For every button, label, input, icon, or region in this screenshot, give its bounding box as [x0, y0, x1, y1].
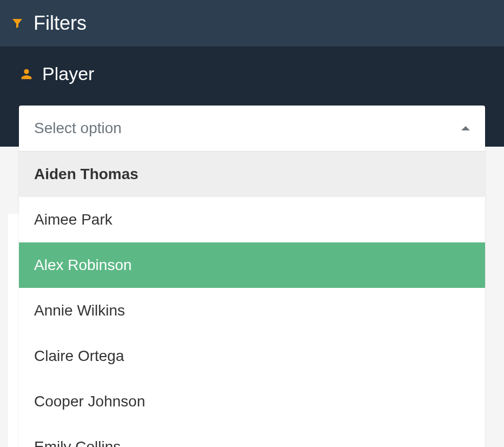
option-annie-wilkins[interactable]: Annie Wilkins: [19, 288, 485, 333]
option-emily-collins[interactable]: Emily Collins: [19, 424, 485, 447]
header-title: Filters: [34, 12, 87, 35]
option-claire-ortega[interactable]: Claire Ortega: [19, 333, 485, 379]
option-alex-robinson[interactable]: Alex Robinson: [19, 242, 485, 288]
options-list: Aiden Thomas Aimee Park Alex Robinson An…: [19, 152, 485, 447]
option-aiden-thomas[interactable]: Aiden Thomas: [19, 152, 485, 197]
option-aimee-park[interactable]: Aimee Park: [19, 197, 485, 242]
subheader-title: Player: [42, 63, 94, 84]
player-select-dropdown[interactable]: Select option Aiden Thomas Aimee Park Al…: [19, 106, 485, 447]
filter-icon: [11, 17, 24, 30]
select-input[interactable]: Select option: [19, 106, 485, 152]
filters-header: Filters: [0, 0, 504, 47]
person-icon: [19, 67, 34, 82]
chevron-up-icon: [461, 126, 470, 130]
select-placeholder: Select option: [34, 120, 122, 137]
option-cooper-johnson[interactable]: Cooper Johnson: [19, 379, 485, 424]
